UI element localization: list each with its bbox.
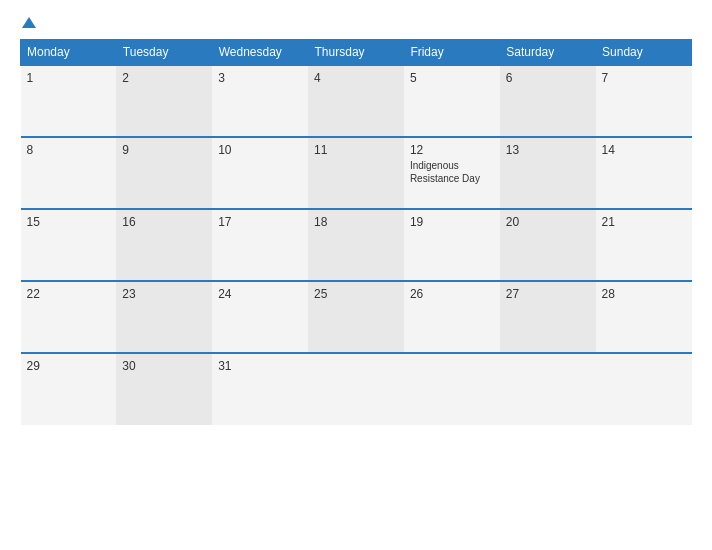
- day-number: 4: [314, 71, 398, 85]
- calendar-cell: [596, 353, 692, 425]
- calendar-cell: 27: [500, 281, 596, 353]
- weekday-header: Friday: [404, 40, 500, 66]
- weekday-header: Sunday: [596, 40, 692, 66]
- calendar-header-row: MondayTuesdayWednesdayThursdayFridaySatu…: [21, 40, 692, 66]
- day-number: 3: [218, 71, 302, 85]
- day-number: 22: [27, 287, 111, 301]
- day-number: 11: [314, 143, 398, 157]
- day-number: 20: [506, 215, 590, 229]
- calendar-cell: 4: [308, 65, 404, 137]
- calendar-wrapper: MondayTuesdayWednesdayThursdayFridaySatu…: [0, 0, 712, 550]
- calendar-week-row: 1234567: [21, 65, 692, 137]
- calendar-cell: 26: [404, 281, 500, 353]
- day-number: 9: [122, 143, 206, 157]
- calendar-cell: 3: [212, 65, 308, 137]
- holiday-label: Indigenous Resistance Day: [410, 159, 494, 185]
- day-number: 12: [410, 143, 494, 157]
- calendar-table: MondayTuesdayWednesdayThursdayFridaySatu…: [20, 39, 692, 425]
- calendar-cell: 21: [596, 209, 692, 281]
- day-number: 27: [506, 287, 590, 301]
- day-number: 15: [27, 215, 111, 229]
- calendar-cell: 23: [116, 281, 212, 353]
- calendar-cell: 19: [404, 209, 500, 281]
- calendar-cell: [404, 353, 500, 425]
- calendar-cell: 12Indigenous Resistance Day: [404, 137, 500, 209]
- calendar-cell: 8: [21, 137, 117, 209]
- weekday-header: Wednesday: [212, 40, 308, 66]
- calendar-cell: 30: [116, 353, 212, 425]
- day-number: 14: [602, 143, 686, 157]
- calendar-cell: 13: [500, 137, 596, 209]
- day-number: 10: [218, 143, 302, 157]
- calendar-cell: 24: [212, 281, 308, 353]
- calendar-cell: 14: [596, 137, 692, 209]
- calendar-cell: 25: [308, 281, 404, 353]
- day-number: 30: [122, 359, 206, 373]
- calendar-cell: 28: [596, 281, 692, 353]
- calendar-cell: 20: [500, 209, 596, 281]
- calendar-week-row: 89101112Indigenous Resistance Day1314: [21, 137, 692, 209]
- day-number: 6: [506, 71, 590, 85]
- day-number: 26: [410, 287, 494, 301]
- day-number: 8: [27, 143, 111, 157]
- calendar-cell: 7: [596, 65, 692, 137]
- day-number: 23: [122, 287, 206, 301]
- day-number: 2: [122, 71, 206, 85]
- calendar-cell: 6: [500, 65, 596, 137]
- calendar-cell: 15: [21, 209, 117, 281]
- calendar-cell: 29: [21, 353, 117, 425]
- day-number: 31: [218, 359, 302, 373]
- day-number: 17: [218, 215, 302, 229]
- day-number: 5: [410, 71, 494, 85]
- calendar-cell: 17: [212, 209, 308, 281]
- logo-triangle-icon: [22, 17, 36, 28]
- weekday-header: Tuesday: [116, 40, 212, 66]
- day-number: 1: [27, 71, 111, 85]
- day-number: 7: [602, 71, 686, 85]
- weekday-header: Saturday: [500, 40, 596, 66]
- calendar-cell: 22: [21, 281, 117, 353]
- day-number: 18: [314, 215, 398, 229]
- weekday-header: Monday: [21, 40, 117, 66]
- calendar-cell: 31: [212, 353, 308, 425]
- logo: [20, 18, 36, 29]
- day-number: 25: [314, 287, 398, 301]
- day-number: 24: [218, 287, 302, 301]
- day-number: 16: [122, 215, 206, 229]
- day-number: 21: [602, 215, 686, 229]
- calendar-week-row: 15161718192021: [21, 209, 692, 281]
- calendar-cell: 11: [308, 137, 404, 209]
- calendar-cell: 9: [116, 137, 212, 209]
- day-number: 28: [602, 287, 686, 301]
- weekday-header: Thursday: [308, 40, 404, 66]
- calendar-cell: 1: [21, 65, 117, 137]
- calendar-cell: 10: [212, 137, 308, 209]
- day-number: 19: [410, 215, 494, 229]
- calendar-week-row: 293031: [21, 353, 692, 425]
- calendar-cell: [308, 353, 404, 425]
- calendar-cell: 16: [116, 209, 212, 281]
- calendar-week-row: 22232425262728: [21, 281, 692, 353]
- day-number: 29: [27, 359, 111, 373]
- calendar-cell: 5: [404, 65, 500, 137]
- day-number: 13: [506, 143, 590, 157]
- calendar-cell: 18: [308, 209, 404, 281]
- calendar-header: [20, 18, 692, 29]
- calendar-cell: [500, 353, 596, 425]
- calendar-cell: 2: [116, 65, 212, 137]
